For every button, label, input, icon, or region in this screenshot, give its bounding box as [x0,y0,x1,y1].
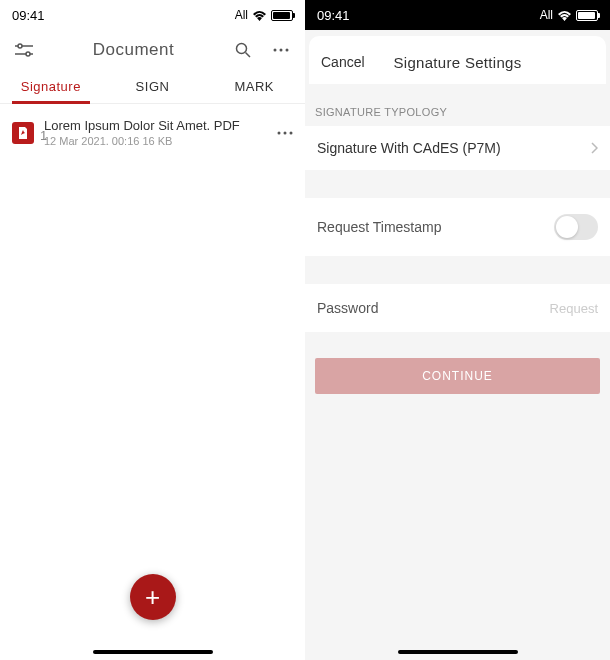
plus-icon: + [145,582,160,613]
status-bar: 09:41 All [0,0,305,30]
signature-type-value: Signature With CAdES (P7M) [317,140,501,156]
carrier-label: All [235,8,248,22]
status-bar: 09:41 All [305,0,610,30]
wifi-icon [252,10,267,21]
app-header: Document [0,30,305,70]
status-icons: All [540,8,598,22]
tab-bar: Signature SIGN MARK [0,70,305,104]
signature-type-row[interactable]: Signature With CAdES (P7M) [305,126,610,170]
sheet-header: Cancel Signature Settings [309,40,606,84]
svg-point-1 [18,44,22,48]
file-count: 1 [40,128,47,143]
svg-point-8 [285,49,288,52]
request-timestamp-row: Request Timestamp [305,198,610,256]
battery-icon [576,10,598,21]
battery-icon [271,10,293,21]
section-label-typology: SIGNATURE TYPOLOGY [305,84,610,126]
svg-point-9 [278,131,281,134]
home-indicator[interactable] [93,650,213,654]
tab-sign[interactable]: SIGN [102,70,204,103]
svg-point-3 [26,52,30,56]
tab-signature[interactable]: Signature [0,70,102,103]
sheet-title: Signature Settings [394,54,522,71]
password-label: Password [317,300,378,316]
svg-point-4 [236,44,246,54]
status-time: 09:41 [12,8,45,23]
file-info: Lorem Ipsum Dolor Sit Amet. PDF 12 Mar 2… [44,118,267,147]
continue-button[interactable]: CONTINUE [315,358,600,394]
search-icon[interactable] [231,38,255,62]
file-name: Lorem Ipsum Dolor Sit Amet. PDF [44,118,267,133]
svg-point-10 [284,131,287,134]
signature-settings-screen: 09:41 All Cancel Signature Settings SIGN… [305,0,610,660]
document-list-screen: 09:41 All Document Signature SIGN MARK [0,0,305,660]
file-meta: 12 Mar 2021. 00:16 16 KB [44,135,267,147]
svg-point-11 [290,131,293,134]
svg-point-6 [273,49,276,52]
chevron-right-icon [591,142,598,154]
status-icons: All [235,8,293,22]
password-placeholder: Request [550,301,598,316]
settings-sheet: Cancel Signature Settings [309,36,606,84]
more-menu-icon[interactable] [269,38,293,62]
add-document-button[interactable]: + [130,574,176,620]
timestamp-toggle[interactable] [554,214,598,240]
timestamp-label: Request Timestamp [317,219,442,235]
wifi-icon [557,10,572,21]
svg-point-7 [279,49,282,52]
status-time: 09:41 [317,8,350,23]
tab-mark[interactable]: MARK [203,70,305,103]
cancel-button[interactable]: Cancel [321,54,365,70]
page-title: Document [93,40,174,60]
carrier-label: All [540,8,553,22]
password-row[interactable]: Password Request [305,284,610,332]
file-list-item[interactable]: 1 Lorem Ipsum Dolor Sit Amet. PDF 12 Mar… [0,104,305,161]
home-indicator[interactable] [398,650,518,654]
file-more-icon[interactable] [277,131,293,135]
svg-line-5 [245,53,250,58]
pdf-icon [12,122,34,144]
filter-settings-icon[interactable] [12,38,36,62]
